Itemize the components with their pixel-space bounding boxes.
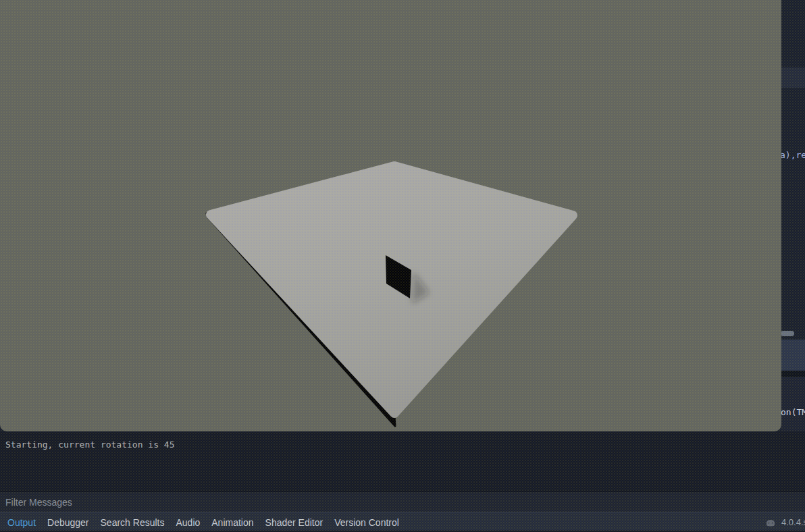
editor-side-panel-divider <box>781 371 805 377</box>
bottom-dock-bar: Output Debugger Search Results Audio Ani… <box>0 512 805 532</box>
game-window[interactable] <box>0 0 781 431</box>
ground-plane <box>211 166 573 413</box>
engine-version-label: 4.0.4.s <box>781 517 805 527</box>
tab-version-control[interactable]: Version Control <box>334 517 399 528</box>
editor-lower-code-area <box>781 377 805 432</box>
tab-debugger[interactable]: Debugger <box>47 517 89 528</box>
viewport-3d <box>0 0 781 431</box>
tab-animation[interactable]: Animation <box>211 517 253 528</box>
editor-side-panel <box>781 340 805 371</box>
editor-code-snippet-top: a),re <box>780 150 805 160</box>
editor-code-snippet-bottom: on(TM <box>781 407 805 417</box>
status-bar-right: 4.0.4.s <box>765 517 805 528</box>
editor-scrollbar-handle[interactable] <box>781 331 794 336</box>
tab-audio[interactable]: Audio <box>176 517 200 528</box>
tab-search-results[interactable]: Search Results <box>101 517 165 528</box>
output-panel: Starting, current rotation is 45 <box>0 431 805 491</box>
output-log-line: Starting, current rotation is 45 <box>0 431 805 450</box>
godot-logo-icon <box>765 517 776 528</box>
filter-messages-input[interactable] <box>0 492 805 512</box>
tab-shader-editor[interactable]: Shader Editor <box>265 517 323 528</box>
tab-output[interactable]: Output <box>7 517 36 528</box>
filter-messages-bar <box>0 491 805 512</box>
